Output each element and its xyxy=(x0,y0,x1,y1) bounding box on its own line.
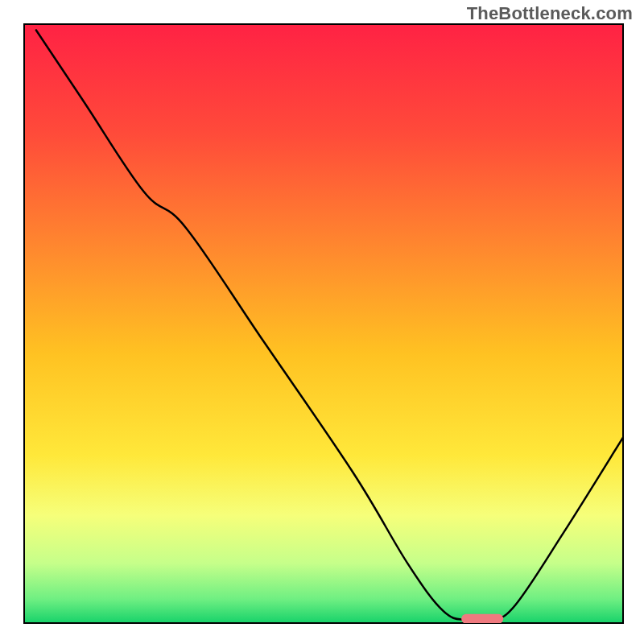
optimal-range-marker xyxy=(461,614,503,624)
watermark-text: TheBottleneck.com xyxy=(467,3,633,24)
bottleneck-chart xyxy=(0,0,644,644)
chart-container: TheBottleneck.com xyxy=(0,0,644,644)
gradient-background xyxy=(24,24,623,623)
